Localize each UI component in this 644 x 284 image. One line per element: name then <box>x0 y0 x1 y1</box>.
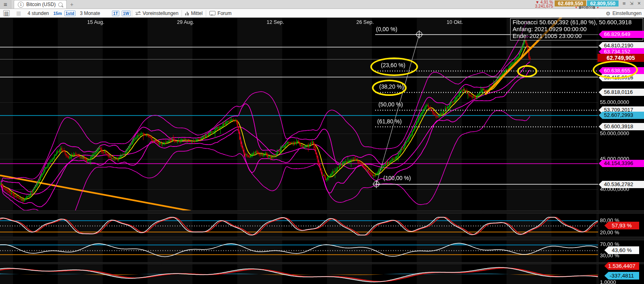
sliders-icon <box>135 11 141 15</box>
search-icon[interactable] <box>58 2 63 7</box>
timeframe-label: 4 stunden <box>27 11 49 16</box>
tab-title: Bitcoin (USD) <box>26 2 56 7</box>
ask-down-icon: ▼ <box>596 6 599 9</box>
chart-canvas[interactable] <box>0 0 644 284</box>
tab-number-icon: 1 <box>18 2 24 8</box>
presets-button[interactable]: Voreinstellungen <box>132 9 182 17</box>
rg-1t-label: 1T <box>112 11 119 16</box>
list-icon: ▤ <box>3 10 10 16</box>
range-label: 3 Monate <box>80 11 100 16</box>
chart-toolbar: ▤ ▦ 4 stunden 15m 1std 3 Monate 1T 1W Vo… <box>0 9 644 18</box>
speech-bubble-icon <box>209 11 215 15</box>
tf-15m-label: 15m <box>53 11 62 16</box>
change-absolute: 3.241,675 <box>535 4 553 8</box>
tf-1std-label: 1std <box>64 11 76 16</box>
instrument-tab[interactable]: 1 Bitcoin (USD) <box>14 0 67 8</box>
highlight-ellipse[interactable] <box>517 65 537 77</box>
settings-button[interactable]: ⚙ Einstellungen <box>606 9 642 18</box>
highlight-ellipse[interactable] <box>372 80 407 96</box>
grid-layout-button[interactable]: ▦ <box>13 9 24 17</box>
add-tab-button[interactable]: + <box>67 0 77 8</box>
timeframe-dropdown[interactable]: 4 stunden <box>24 9 52 17</box>
indicators-label: Mittel <box>191 11 203 16</box>
range-1w-button[interactable]: 1W <box>120 9 132 17</box>
tab-bar: ≡ 1 Bitcoin (USD) + ▼ 4,91 % 3.241,675 6… <box>0 0 644 9</box>
close-window-icon[interactable]: × <box>638 0 641 6</box>
indicator-bars-icon <box>185 11 189 15</box>
indicators-button[interactable]: Mittel <box>182 9 206 17</box>
rg-1w-label: 1W <box>122 11 131 16</box>
gear-icon: ⚙ <box>606 11 610 17</box>
fib-tooltip-title: Fibonacci 50.600,392 (61,80 %), 50.600,3… <box>513 19 641 26</box>
highlight-ellipse[interactable] <box>593 61 638 79</box>
forum-label: Forum <box>217 11 232 16</box>
fibonacci-tooltip: Fibonacci 50.600,392 (61,80 %), 50.600,3… <box>510 18 643 40</box>
fib-tooltip-end: Ende: 2021 1005 23:00:00 <box>513 33 641 40</box>
settings-label: Einstellungen <box>612 11 642 16</box>
trading-app-window: ≡ 1 Bitcoin (USD) + ▼ 4,91 % 3.241,675 6… <box>0 0 644 284</box>
presets-label: Voreinstellungen <box>143 11 179 16</box>
forum-button[interactable]: Forum <box>206 9 235 17</box>
main-menu-button[interactable]: ≡ <box>0 0 11 8</box>
timeframe-1std-button[interactable]: 1std <box>63 9 77 17</box>
chart-layout-button[interactable]: ▤ <box>0 9 13 17</box>
change-block: ▼ 4,91 % 3.241,675 <box>535 0 555 8</box>
quote-panel: 62.689,550 62.809,550 ▼ 120,000 ▼ <box>555 0 619 9</box>
timeframe-15m-button[interactable]: 15m <box>52 9 63 17</box>
bid-down-icon: ▼ <box>575 6 578 9</box>
fib-tooltip-start: Anfang: 2021 0929 00:00:00 <box>513 26 641 33</box>
highlight-ellipse[interactable] <box>370 57 418 76</box>
window-menu-icon[interactable]: ≡ <box>623 0 626 6</box>
range-dropdown[interactable]: 3 Monate <box>77 9 103 17</box>
collapse-window-icon[interactable]: ⇲ <box>630 1 633 6</box>
range-1t-button[interactable]: 1T <box>111 9 120 17</box>
hamburger-icon: ≡ <box>4 1 7 8</box>
grid-icon: ▦ <box>16 10 21 16</box>
